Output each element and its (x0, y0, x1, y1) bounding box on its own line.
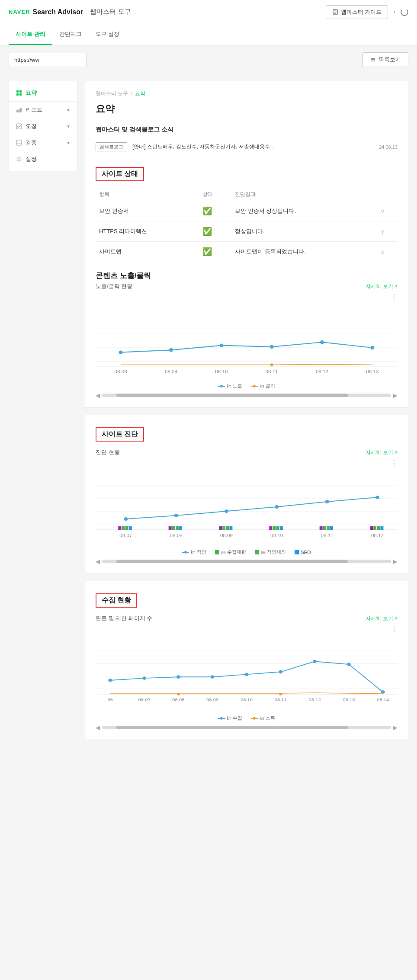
svg-text:08.09: 08.09 (220, 533, 233, 538)
diagnosis-chart-wrapper: 08.07 08.08 08.09 08.10 08.11 08.12 (96, 469, 398, 546)
svg-point-69 (124, 517, 128, 521)
header-actions: 웹마스터 가이드 ● (326, 5, 408, 19)
check-circle-icon-2: ✅ (202, 227, 212, 236)
sidebar-item-settings[interactable]: 설정 (9, 151, 77, 167)
status-result-2: 정상입니다. (231, 221, 377, 242)
svg-point-95 (347, 663, 351, 666)
svg-point-73 (325, 500, 329, 503)
svg-text:08.12: 08.12 (371, 533, 384, 538)
breadcrumb-current: 요약 (135, 90, 145, 97)
exposure-detail-link[interactable]: 자세히 보기 > (366, 283, 398, 290)
collection-scroll-left-icon[interactable]: ◀ (96, 724, 100, 731)
col-header-result: 진단결과 (231, 188, 377, 201)
svg-rect-47 (125, 526, 128, 530)
news-row: 검색블로그 [안내] 스턴트배우, 검도선수, 자동차운전기사, 저출생대응수…… (96, 139, 398, 155)
svg-point-94 (313, 660, 317, 663)
legend-collect-icon (218, 716, 225, 721)
svg-text:36: 36 (108, 697, 113, 702)
svg-point-97 (177, 693, 180, 695)
sidebar-report-label: 리포트 (26, 106, 42, 114)
app-title: Search Advisor (33, 8, 83, 16)
legend-item-collect: ㎞ 수집 (218, 715, 242, 721)
legend-item-index: ㎞ 적인 (182, 549, 206, 555)
square-icon (16, 140, 22, 146)
scroll-thumb (116, 394, 347, 397)
svg-rect-66 (373, 526, 376, 530)
grid-icon (16, 90, 22, 96)
error-arrow-icon: ▼ (66, 124, 71, 129)
diagnosis-detail-link[interactable]: 자세히 보기 > (366, 449, 398, 456)
header-sub-title: 웹마스터 도구 (90, 8, 131, 16)
svg-point-29 (270, 363, 273, 366)
power-icon[interactable] (401, 8, 408, 16)
scroll-right-icon[interactable]: ▶ (393, 392, 398, 399)
exposure-chart-menu[interactable]: ⋮ (96, 293, 398, 301)
legend-seo-icon (295, 550, 299, 554)
status-item-1: 보안 인증서 (96, 201, 199, 221)
collection-scroll-right-icon[interactable]: ▶ (393, 724, 398, 731)
row-expand-1[interactable]: ∨ (381, 208, 385, 215)
diagnosis-subtitle-row: 진단 현황 자세히 보기 > (96, 448, 398, 456)
legend-exposure-label: ㎞ 노출 (227, 383, 242, 389)
list-view-label: 목록보기 (379, 56, 401, 64)
collection-chart-menu[interactable]: ⋮ (96, 625, 398, 633)
svg-text:08.08: 08.08 (115, 369, 127, 374)
svg-point-98 (279, 693, 282, 695)
svg-text:08.11: 08.11 (266, 369, 278, 374)
svg-rect-12 (19, 109, 20, 112)
svg-text:08.13: 08.13 (343, 697, 355, 702)
svg-rect-58 (273, 526, 276, 530)
list-view-button[interactable]: 목록보기 (362, 52, 408, 67)
naver-logo: NAVER (9, 9, 30, 15)
legend-click-label: ㎞ 클릭 (260, 383, 275, 389)
scroll-track[interactable] (102, 394, 391, 397)
svg-text:08.13: 08.13 (366, 369, 379, 374)
svg-text:08.07: 08.07 (138, 697, 151, 702)
svg-text:08.11: 08.11 (275, 697, 287, 702)
webmaster-guide-button[interactable]: 웹마스터 가이드 (326, 5, 388, 19)
news-section-title: 웹마스터 및 검색블로그 소식 (96, 126, 398, 134)
guide-btn-label: 웹마스터 가이드 (341, 8, 382, 16)
legend-click-icon (251, 384, 258, 388)
svg-point-71 (225, 509, 228, 513)
tab-site-management[interactable]: 사이트 관리 (9, 24, 52, 45)
status-icon-3: ✅ (199, 242, 231, 262)
svg-text:08.10: 08.10 (241, 697, 253, 702)
collection-subtitle: 완료 및 제한 페이지 수 (96, 615, 152, 622)
svg-rect-54 (222, 526, 225, 530)
legend-item-click: ㎞ 클릭 (251, 383, 275, 389)
check-circle-icon-3: ✅ (202, 247, 212, 256)
diagnosis-chart-menu[interactable]: ⋮ (96, 459, 398, 467)
svg-point-24 (169, 348, 173, 352)
legend-collect-limit-label: ㎜ 수집제한 (221, 549, 246, 555)
diagnosis-scroll-bar: ◀ ▶ (96, 558, 398, 565)
legend-item-seo: SEO (295, 549, 311, 555)
sidebar-item-diagnosis[interactable]: 검증 ▼ (9, 135, 77, 151)
svg-point-17 (18, 158, 20, 160)
collection-scroll-thumb (116, 726, 347, 729)
svg-text:08.10: 08.10 (215, 369, 228, 374)
collection-scroll-track[interactable] (102, 726, 391, 729)
diagnosis-scroll-right-icon[interactable]: ▶ (393, 558, 398, 565)
svg-rect-45 (118, 526, 121, 530)
status-result-3: 사이트맵이 등록되었습니다. (231, 242, 377, 262)
book-icon (332, 9, 338, 15)
sidebar-item-error[interactable]: 오칭 ▼ (9, 118, 77, 135)
svg-rect-68 (380, 526, 383, 530)
collection-detail-link[interactable]: 자세히 보기 > (366, 615, 398, 622)
sidebar-item-report[interactable]: 리포트 ▼ (9, 102, 77, 118)
row-expand-2[interactable]: ∨ (381, 229, 385, 235)
tab-quick-check[interactable]: 간단체크 (52, 24, 89, 45)
sidebar-item-summary[interactable]: 요약 (9, 85, 77, 101)
svg-rect-53 (219, 526, 222, 530)
scroll-left-icon[interactable]: ◀ (96, 392, 100, 399)
row-expand-3[interactable]: ∨ (381, 249, 385, 255)
tab-tool-settings[interactable]: 도구 설정 (89, 24, 127, 45)
legend-item-collect-limit: ㎜ 수집제한 (215, 549, 246, 555)
diagnosis-scroll-track[interactable] (102, 560, 391, 563)
site-diagnosis-section-header: 사이트 진단 (96, 427, 144, 442)
exposure-chart-legend: ㎞ 노출 ㎞ 클릭 (96, 383, 398, 389)
url-input[interactable] (9, 53, 87, 67)
diagnosis-scroll-left-icon[interactable]: ◀ (96, 558, 100, 565)
legend-exclude-icon (255, 550, 259, 554)
